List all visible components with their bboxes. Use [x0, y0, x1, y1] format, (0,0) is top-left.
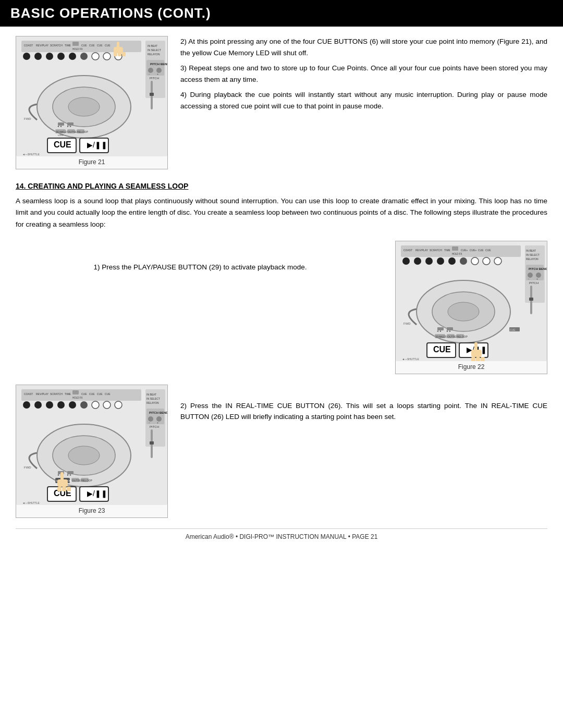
svg-point-72 — [414, 257, 421, 265]
svg-text:FWD: FWD — [403, 322, 411, 325]
section-top: COAST REV/PLAY SCRATCH TIME HOLD FX CUE … — [16, 36, 547, 169]
svg-rect-23 — [114, 52, 117, 56]
svg-point-16 — [69, 53, 76, 60]
svg-text:TIME: TIME — [444, 249, 451, 252]
svg-rect-174 — [62, 487, 66, 491]
svg-text:+: + — [536, 277, 538, 280]
svg-text:►►: ►► — [446, 329, 451, 332]
svg-point-13 — [34, 53, 42, 60]
svg-text:CUE: CUE — [433, 345, 451, 354]
svg-text:CUE: CUE — [81, 44, 87, 47]
svg-point-137 — [92, 401, 99, 409]
svg-rect-125 — [72, 390, 79, 394]
svg-point-19 — [103, 53, 111, 60]
figure-23-svg: COAST REV/PLAY SCRATCH TIME HOLD FX CUE … — [16, 385, 167, 505]
figure-23-caption: Figure 23 — [79, 505, 105, 517]
svg-text:RELOOP: RELOOP — [77, 130, 89, 133]
section14-para: A seamless loop is a sound loop that pla… — [16, 195, 547, 230]
svg-rect-116 — [476, 357, 480, 361]
svg-text:COAST: COAST — [24, 392, 33, 396]
svg-point-77 — [471, 257, 479, 265]
svg-rect-115 — [471, 357, 475, 361]
svg-point-139 — [115, 401, 122, 409]
svg-text:◄◄: ◄◄ — [57, 125, 62, 128]
svg-point-134 — [57, 401, 65, 409]
svg-point-133 — [46, 401, 53, 409]
svg-point-155 — [68, 446, 100, 465]
svg-text:COAST: COAST — [24, 44, 33, 47]
svg-text:◄◄: ◄◄ — [436, 329, 442, 332]
svg-text:HOLD FX: HOLD FX — [72, 48, 83, 51]
figure-21-caption: Figure 21 — [79, 156, 105, 169]
svg-text:CUE: CUE — [105, 44, 111, 47]
svg-point-14 — [46, 53, 53, 60]
svg-text:RELOOP: RELOOP — [457, 335, 468, 338]
svg-text:►►: ►► — [67, 125, 72, 128]
svg-text:TIME: TIME — [65, 44, 71, 47]
section1-text: 2) At this point pressing any one of the… — [180, 36, 547, 116]
svg-text:REV/PLAY: REV/PLAY — [36, 44, 49, 47]
svg-text:TIME: TIME — [65, 392, 71, 396]
svg-text:−: − — [149, 72, 150, 76]
svg-text:RELOOP: RELOOP — [81, 479, 93, 482]
svg-text:LOOP: LOOP — [58, 134, 64, 137]
svg-text:SCRATCH: SCRATCH — [50, 392, 63, 396]
svg-point-15 — [57, 53, 65, 60]
svg-point-17 — [80, 53, 88, 60]
svg-rect-175 — [67, 487, 71, 491]
svg-text:REV/PLAY: REV/PLAY — [415, 249, 429, 252]
svg-text:PITCH BEND: PITCH BEND — [529, 267, 547, 270]
svg-text:PITCH: PITCH — [150, 425, 159, 428]
section14-heading: 14. CREATING AND PLAYING A SEAMLESS LOOP — [16, 182, 547, 190]
figure-22-svg: COAST REV/PLAY SCRATCH TIME HOLD FX CUE+… — [396, 241, 547, 361]
svg-text:SCRATCH: SCRATCH — [430, 249, 442, 252]
step1-text: 1) Press the PLAY/PAUSE BUTTON (29) to a… — [16, 241, 385, 273]
svg-text:◄—SHUTTLE: ◄—SHUTTLE — [22, 501, 40, 504]
svg-text:CUE: CUE — [97, 392, 103, 396]
svg-point-132 — [34, 401, 42, 409]
svg-text:▶/❚❚: ▶/❚❚ — [87, 141, 107, 150]
svg-text:IN BEAT: IN BEAT — [148, 44, 157, 47]
svg-text:▶/❚❚: ▶/❚❚ — [87, 489, 107, 498]
svg-text:CUE: CUE — [485, 249, 491, 252]
step2-text: 2) Press the IN REAL-TIME CUE BUTTON (26… — [180, 385, 547, 427]
svg-rect-65 — [452, 246, 458, 251]
figure-23-container: COAST REV/PLAY SCRATCH TIME HOLD FX CUE … — [16, 385, 168, 518]
page-header: BASIC OPERATIONS (CONT.) — [0, 0, 563, 27]
svg-rect-114 — [471, 350, 482, 357]
section-bottom: COAST REV/PLAY SCRATCH TIME HOLD FX CUE … — [16, 385, 547, 518]
step2-para: 2) Press the IN REAL-TIME CUE BUTTON (26… — [180, 400, 547, 423]
svg-text:+: + — [157, 72, 158, 76]
svg-text:REV/PLAY: REV/PLAY — [36, 392, 49, 396]
svg-text:CUE: CUE — [105, 392, 111, 396]
svg-rect-38 — [150, 93, 154, 96]
step1-para: 1) Press the PLAY/PAUSE BUTTON (29) to a… — [16, 262, 385, 273]
svg-point-12 — [23, 53, 30, 60]
page-footer: American Audio® • DIGI-PRO™ INSTRUCTION … — [16, 528, 547, 540]
svg-text:CUE+: CUE+ — [470, 249, 477, 252]
svg-text:FWD: FWD — [24, 466, 31, 469]
svg-point-131 — [23, 401, 30, 409]
figure-22-caption: Figure 22 — [458, 361, 485, 374]
svg-point-79 — [494, 257, 501, 265]
svg-text:RELAYON: RELAYON — [148, 53, 160, 56]
svg-text:IN BEAT: IN BEAT — [526, 249, 536, 252]
svg-text:IN BEAT: IN BEAT — [146, 393, 156, 396]
svg-point-76 — [460, 257, 467, 265]
svg-point-71 — [402, 257, 410, 265]
svg-point-135 — [69, 401, 76, 409]
svg-rect-152 — [150, 441, 154, 445]
svg-text:HOLD FX: HOLD FX — [452, 253, 462, 255]
page-title: BASIC OPERATIONS (CONT.) — [10, 5, 553, 21]
svg-text:►►: ►► — [67, 473, 72, 476]
svg-text:CUE: CUE — [510, 328, 516, 331]
svg-rect-92 — [529, 298, 533, 301]
svg-text:PITCH: PITCH — [529, 281, 538, 285]
svg-text:+: + — [157, 421, 158, 424]
svg-text:FWD: FWD — [24, 117, 31, 120]
svg-point-78 — [483, 257, 490, 265]
svg-text:PITCH BEND: PITCH BEND — [150, 63, 167, 66]
svg-text:CUE: CUE — [478, 249, 484, 252]
svg-text:IN SELECT: IN SELECT — [148, 48, 161, 52]
svg-text:CUE: CUE — [54, 140, 71, 149]
